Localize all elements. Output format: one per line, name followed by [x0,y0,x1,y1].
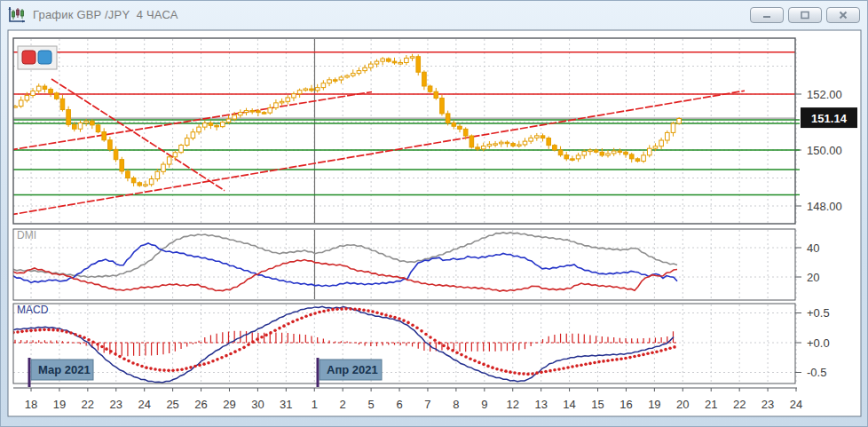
time-axis-label: 24 [138,398,150,411]
macd-label: MACD [17,304,49,316]
time-axis-label: 18 [25,398,37,411]
current-price-label: 151.14 [811,112,848,125]
time-axis-label: 21 [705,398,717,411]
time-axis-label: 1 [312,398,318,411]
chart-canvas[interactable]: DMIMACDМар 2021Апр 202118192223242526293… [1,1,868,427]
time-axis-label: 14 [563,398,575,411]
time-axis-label: 12 [507,398,519,411]
price-axis-label: 152.00 [807,88,842,101]
macd-axis-label: +0.0 [807,336,830,350]
price-axis-label: 148.00 [807,200,842,213]
time-axis-label: 25 [166,398,178,411]
time-axis-label: 31 [280,398,292,411]
time-axis-label: 23 [110,398,122,411]
chart-window: График GBP /JPY 4 ЧАСА DMIMACDМар 2021Ап… [0,0,868,427]
time-axis-label: 5 [367,398,374,411]
time-axis-label: 15 [591,398,604,411]
time-axis-label: 23 [761,398,774,411]
time-axis-label: 9 [481,398,487,411]
time-axis-label: 19 [648,398,660,411]
month-label: Апр 2021 [327,363,378,376]
legend-red-button[interactable] [22,51,36,64]
time-axis-label: 29 [223,398,235,411]
time-axis-label: 8 [453,398,459,411]
time-axis-label: 22 [733,398,746,411]
gridlines [13,38,796,384]
time-axis-label: 26 [194,398,207,411]
macd-axis-label: -0.5 [807,366,826,379]
legend-toolbar [18,46,57,69]
time-axis-label: 6 [396,398,402,411]
time-axis-label: 19 [53,398,66,411]
time-axis-label: 13 [534,398,547,411]
time-axis-label: 20 [676,398,689,411]
dmi-axis-label: 20 [807,271,819,284]
time-axis-label: 7 [424,398,430,411]
dmi-axis-label: 40 [807,241,819,255]
macd-axis-label: +0.5 [807,306,830,320]
dmi-label: DMI [17,229,36,241]
time-axis-label: 30 [251,398,264,411]
time-axis-label: 22 [82,398,94,411]
month-label: Мар 2021 [38,363,91,376]
time-axis-label: 16 [619,398,632,411]
time-axis-label: 24 [790,398,802,411]
legend-blue-button[interactable] [38,51,51,64]
price-axis-label: 150.00 [807,144,842,157]
time-axis-label: 2 [340,398,346,411]
